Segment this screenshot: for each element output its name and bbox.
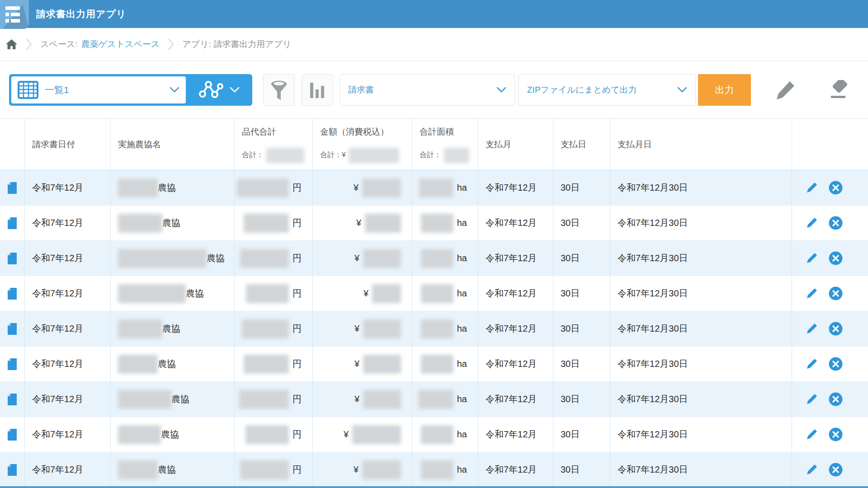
redacted-value bbox=[421, 460, 453, 479]
eraser-icon bbox=[827, 80, 849, 100]
cell-actions bbox=[792, 170, 868, 205]
pencil-icon bbox=[806, 464, 818, 476]
breadcrumb-space-link[interactable]: 農薬ゲストスペース bbox=[81, 38, 160, 50]
cell-pay-month-day: 令和7年12月30日 bbox=[610, 206, 792, 240]
redacted-value bbox=[365, 214, 401, 233]
record-icon-cell[interactable] bbox=[0, 241, 25, 276]
redacted-value bbox=[421, 249, 453, 268]
circle-x-icon bbox=[829, 251, 843, 265]
cell-invoice-date: 令和7年12月 bbox=[25, 452, 111, 487]
table-row: 令和7年12月 農協 円 ¥ ha 令和7年12月 30日 令和7年12月30日 bbox=[0, 170, 868, 206]
page-title: 請求書出力用アプリ bbox=[36, 8, 126, 20]
circle-x-icon bbox=[829, 322, 843, 336]
cell-pay-month-day: 令和7年12月30日 bbox=[610, 417, 792, 452]
edit-record-button[interactable] bbox=[806, 428, 818, 441]
app-header-bar: 請求書出力用アプリ bbox=[0, 0, 868, 28]
cell-invoice-date: 令和7年12月 bbox=[25, 382, 111, 417]
delete-record-button[interactable] bbox=[829, 251, 843, 265]
record-icon-cell[interactable] bbox=[0, 311, 25, 346]
report-type-select[interactable]: 請求書 bbox=[340, 74, 515, 106]
pencil-icon bbox=[806, 358, 818, 370]
cell-org-name: 農協 bbox=[111, 241, 235, 276]
redacted-value bbox=[245, 425, 289, 444]
cell-org-name: 農協 bbox=[111, 417, 235, 452]
app-icon[interactable] bbox=[0, 0, 29, 29]
cell-pay-day: 30日 bbox=[553, 452, 610, 487]
cell-pay-month: 令和7年12月 bbox=[478, 170, 553, 205]
edit-record-button[interactable] bbox=[806, 287, 818, 300]
redacted-value bbox=[419, 178, 453, 197]
cell-org-name: 農協 bbox=[111, 170, 235, 205]
delete-record-button[interactable] bbox=[829, 357, 843, 371]
header-pay-month: 支払月 bbox=[478, 119, 553, 170]
clear-button[interactable] bbox=[822, 74, 854, 106]
home-icon[interactable] bbox=[5, 38, 18, 50]
edit-record-button[interactable] bbox=[806, 358, 818, 370]
delete-record-button[interactable] bbox=[829, 216, 843, 230]
graph-view-button[interactable] bbox=[186, 74, 252, 106]
record-icon-cell[interactable] bbox=[0, 417, 25, 452]
record-icon-cell[interactable] bbox=[0, 206, 25, 240]
redacted-value bbox=[421, 355, 453, 374]
breadcrumb-separator-icon bbox=[168, 37, 174, 52]
delete-record-button[interactable] bbox=[829, 463, 843, 477]
delete-record-button[interactable] bbox=[829, 427, 843, 441]
cell-item-total: 円 bbox=[235, 382, 313, 417]
view-dropdown[interactable]: 一覧1 bbox=[11, 76, 186, 103]
redacted-value bbox=[240, 249, 289, 268]
edit-record-button[interactable] bbox=[806, 217, 818, 229]
toolbar: 一覧1 bbox=[0, 61, 868, 118]
cell-pay-day: 30日 bbox=[553, 417, 610, 452]
document-icon bbox=[8, 464, 17, 476]
edit-record-button[interactable] bbox=[806, 323, 818, 335]
delete-record-button[interactable] bbox=[829, 392, 843, 406]
cell-amount: ¥ bbox=[313, 241, 412, 276]
cell-invoice-date: 令和7年12月 bbox=[25, 241, 111, 276]
cell-org-name: 農協 bbox=[111, 206, 235, 240]
cell-item-total: 円 bbox=[235, 276, 313, 311]
cell-pay-month: 令和7年12月 bbox=[478, 347, 553, 381]
cell-pay-month: 令和7年12月 bbox=[478, 382, 553, 417]
table-row: 令和7年12月 農協 円 ¥ ha 令和7年12月 30日 令和7年12月30日 bbox=[0, 382, 868, 417]
circle-x-icon bbox=[829, 463, 843, 477]
table-row: 令和7年12月 農協 円 ¥ ha 令和7年12月 30日 令和7年12月30日 bbox=[0, 452, 868, 488]
record-icon-cell[interactable] bbox=[0, 347, 25, 381]
cell-actions bbox=[792, 347, 868, 381]
edit-record-button[interactable] bbox=[806, 464, 818, 476]
cell-area: ha bbox=[412, 382, 478, 417]
cell-invoice-date: 令和7年12月 bbox=[25, 311, 111, 346]
cell-item-total: 円 bbox=[235, 170, 313, 205]
chart-button[interactable] bbox=[302, 74, 333, 106]
edit-record-button[interactable] bbox=[806, 252, 818, 264]
records-table: 請求書日付 実施農協名 品代合計 合計： 金額（消費税込） 合計：¥ 合計面積 … bbox=[0, 118, 868, 488]
output-mode-select[interactable]: ZIPファイルにまとめて出力 bbox=[519, 74, 696, 106]
cell-pay-month: 令和7年12月 bbox=[478, 206, 553, 240]
edit-record-button[interactable] bbox=[806, 182, 818, 194]
delete-record-button[interactable] bbox=[829, 286, 843, 300]
record-icon-cell[interactable] bbox=[0, 170, 25, 205]
cell-actions bbox=[792, 241, 868, 276]
edit-record-button[interactable] bbox=[806, 393, 818, 405]
cell-amount: ¥ bbox=[313, 311, 412, 346]
record-icon-cell[interactable] bbox=[0, 276, 25, 311]
delete-record-button[interactable] bbox=[829, 181, 843, 195]
cell-pay-month: 令和7年12月 bbox=[478, 417, 553, 452]
delete-record-button[interactable] bbox=[829, 322, 843, 336]
redacted-value bbox=[244, 214, 289, 233]
redacted-value bbox=[363, 390, 401, 409]
document-icon bbox=[8, 429, 17, 441]
edit-app-button[interactable] bbox=[770, 74, 802, 106]
output-button[interactable]: 出力 bbox=[698, 74, 751, 106]
cell-pay-month: 令和7年12月 bbox=[478, 241, 553, 276]
cell-item-total: 円 bbox=[235, 417, 313, 452]
filter-button[interactable] bbox=[263, 74, 295, 106]
cell-item-total: 円 bbox=[235, 347, 313, 381]
area-total-blur bbox=[444, 148, 469, 163]
redacted-value bbox=[240, 460, 289, 479]
record-icon-cell[interactable] bbox=[0, 452, 25, 487]
record-icon-cell[interactable] bbox=[0, 382, 25, 417]
cell-invoice-date: 令和7年12月 bbox=[25, 417, 111, 452]
cell-area: ha bbox=[412, 452, 478, 487]
amount-total-blur bbox=[349, 148, 399, 163]
redacted-value bbox=[242, 319, 289, 338]
